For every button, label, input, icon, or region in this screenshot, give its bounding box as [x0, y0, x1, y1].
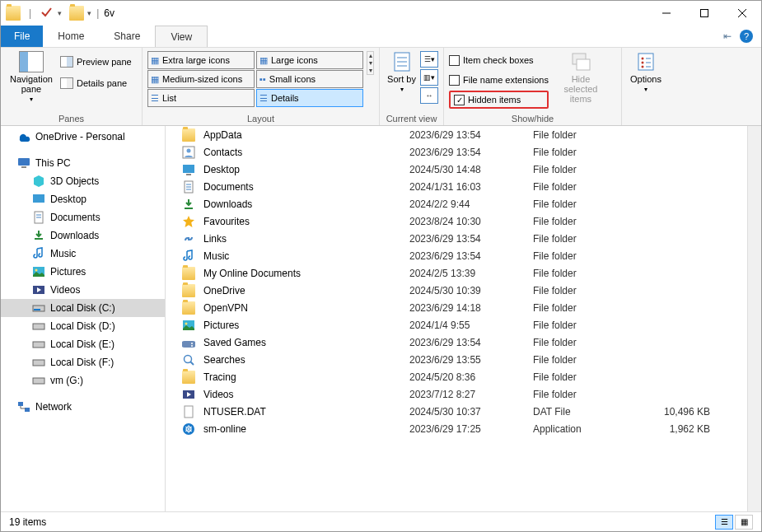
layout-scroll[interactable]: ▴▾▾	[367, 51, 374, 75]
tree-disk-d[interactable]: Local Disk (D:)	[1, 317, 165, 335]
help-icon[interactable]: ?	[740, 30, 753, 43]
size-columns-button[interactable]: ↔	[420, 87, 438, 104]
file-row[interactable]: Pictures2024/1/4 9:55File folder	[166, 316, 761, 334]
tree-network[interactable]: Network	[1, 398, 165, 416]
file-name: Videos	[203, 389, 409, 400]
file-row[interactable]: AppData2023/6/29 13:54File folder	[166, 126, 761, 143]
tree-documents[interactable]: Documents	[1, 208, 165, 226]
layout-extra-large[interactable]: ▦Extra large icons	[147, 51, 255, 69]
dropdown-icon[interactable]: ▾	[58, 6, 66, 21]
add-columns-button[interactable]: ▥▾	[420, 69, 438, 86]
tree-desktop[interactable]: Desktop	[1, 190, 165, 208]
file-row[interactable]: Videos2023/7/12 8:27File folder	[166, 385, 761, 403]
file-row[interactable]: Links2023/6/29 13:54File folder	[166, 230, 761, 247]
ribbon: Navigation pane ▾ Preview pane Details p…	[1, 47, 761, 126]
file-type: File folder	[533, 216, 640, 227]
svg-rect-9	[577, 59, 590, 70]
hide-selected-button[interactable]: Hide selected items	[557, 51, 605, 104]
tree-disk-e[interactable]: Local Disk (E:)	[1, 335, 165, 353]
tab-view[interactable]: View	[155, 26, 208, 47]
layout-group-label: Layout	[143, 114, 379, 125]
tree-disk-c[interactable]: Local Disk (C:)	[1, 299, 165, 317]
file-extensions-toggle[interactable]: File name extensions	[449, 71, 549, 89]
svg-rect-32	[18, 402, 23, 406]
options-button[interactable]: Options▾	[627, 51, 665, 93]
file-row[interactable]: Favourites2023/8/24 10:30File folder	[166, 212, 761, 230]
file-row[interactable]: Desktop2024/5/30 14:48File folder	[166, 161, 761, 178]
sort-by-button[interactable]: Sort by▾	[385, 51, 418, 93]
tree-onedrive[interactable]: OneDrive - Personal	[1, 128, 165, 146]
tab-file[interactable]: File	[1, 26, 43, 47]
file-row[interactable]: Tracing2024/5/20 8:36File folder	[166, 368, 761, 385]
tree-pictures[interactable]: Pictures	[1, 263, 165, 281]
file-type: File folder	[533, 337, 640, 348]
tree-downloads[interactable]: Downloads	[1, 226, 165, 245]
preview-pane-button[interactable]: Preview pane	[60, 53, 132, 71]
file-row[interactable]: OpenVPN2023/6/29 14:18File folder	[166, 299, 761, 316]
folder-icon	[6, 6, 21, 21]
showhide-group-label: Show/hide	[444, 114, 621, 125]
file-name: Saved Games	[203, 337, 409, 348]
file-type: File folder	[533, 164, 640, 175]
file-name: Downloads	[203, 198, 409, 210]
file-row[interactable]: sm-online2023/6/29 17:25Application1,962…	[166, 420, 761, 437]
tree-videos[interactable]: Videos	[1, 281, 165, 299]
svg-point-46	[191, 345, 193, 347]
close-button[interactable]	[723, 1, 761, 26]
file-type: DAT File	[533, 406, 640, 418]
navigation-pane-button[interactable]: Navigation pane ▾	[6, 51, 57, 103]
file-date: 2023/7/12 8:27	[409, 389, 533, 400]
tree-music[interactable]: Music	[1, 245, 165, 263]
layout-list[interactable]: ☰List	[147, 89, 255, 107]
tab-home[interactable]: Home	[43, 26, 99, 47]
tree-thispc[interactable]: This PC	[1, 154, 165, 172]
details-pane-button[interactable]: Details pane	[60, 74, 132, 92]
file-type: File folder	[533, 181, 640, 193]
panes-group-label: Panes	[1, 114, 142, 125]
layout-large[interactable]: ▦Large icons	[256, 51, 363, 69]
hidden-items-toggle[interactable]: ✓Hidden items	[449, 91, 549, 109]
file-row[interactable]: Searches2023/6/29 13:55File folder	[166, 351, 761, 368]
minimize-button[interactable]	[647, 1, 685, 26]
file-size: 1,962 KB	[640, 423, 710, 435]
svg-point-13	[642, 62, 644, 64]
file-row[interactable]: My Online Documents2024/2/5 13:39File fo…	[166, 264, 761, 282]
file-name: Music	[203, 250, 409, 262]
file-date: 2023/6/29 17:25	[409, 423, 533, 435]
layout-small[interactable]: ▪▪Small icons	[256, 70, 363, 88]
tree-3dobjects[interactable]: 3D Objects	[1, 172, 165, 190]
file-name: Pictures	[203, 320, 409, 331]
group-by-button[interactable]: ☰▾	[420, 51, 438, 68]
check-icon[interactable]	[40, 6, 54, 21]
tree-disk-g[interactable]: vm (G:)	[1, 371, 165, 390]
tree-disk-f[interactable]: Local Disk (F:)	[1, 353, 165, 371]
file-row[interactable]: NTUSER.DAT2024/5/30 10:37DAT File10,496 …	[166, 403, 761, 420]
details-view-button[interactable]: ☰	[715, 515, 733, 530]
svg-rect-29	[33, 342, 44, 348]
svg-point-35	[187, 148, 191, 152]
file-row[interactable]: Saved Games2023/6/29 13:54File folder	[166, 334, 761, 351]
item-check-boxes-toggle[interactable]: Item check boxes	[449, 51, 549, 69]
file-row[interactable]: Music2023/6/29 13:54File folder	[166, 247, 761, 264]
file-type: File folder	[533, 389, 640, 400]
file-type: File folder	[533, 198, 640, 210]
file-row[interactable]: Documents2024/1/31 16:03File folder	[166, 178, 761, 195]
file-date: 2024/2/5 13:39	[409, 268, 533, 279]
status-bar: 19 items ☰ ▦	[1, 511, 761, 531]
file-name: Tracing	[203, 371, 409, 383]
file-date: 2024/5/20 8:36	[409, 371, 533, 383]
pin-icon[interactable]: ⇤	[723, 30, 732, 42]
svg-point-44	[185, 322, 188, 324]
layout-details[interactable]: ☰Details	[256, 89, 363, 107]
layout-medium[interactable]: ▦Medium-sized icons	[147, 70, 255, 88]
file-list: AppData2023/6/29 13:54File folderContact…	[166, 126, 761, 511]
file-row[interactable]: OneDrive2024/5/30 10:39File folder	[166, 282, 761, 299]
vertical-scrollbar[interactable]	[747, 126, 761, 511]
file-row[interactable]: Downloads2024/2/2 9:44File folder	[166, 195, 761, 212]
maximize-button[interactable]	[685, 1, 723, 26]
file-row[interactable]: Contacts2023/6/29 13:54File folder	[166, 143, 761, 161]
tab-share[interactable]: Share	[99, 26, 155, 47]
file-name: My Online Documents	[203, 268, 409, 279]
svg-rect-50	[185, 406, 193, 418]
thumbnails-view-button[interactable]: ▦	[735, 515, 753, 530]
